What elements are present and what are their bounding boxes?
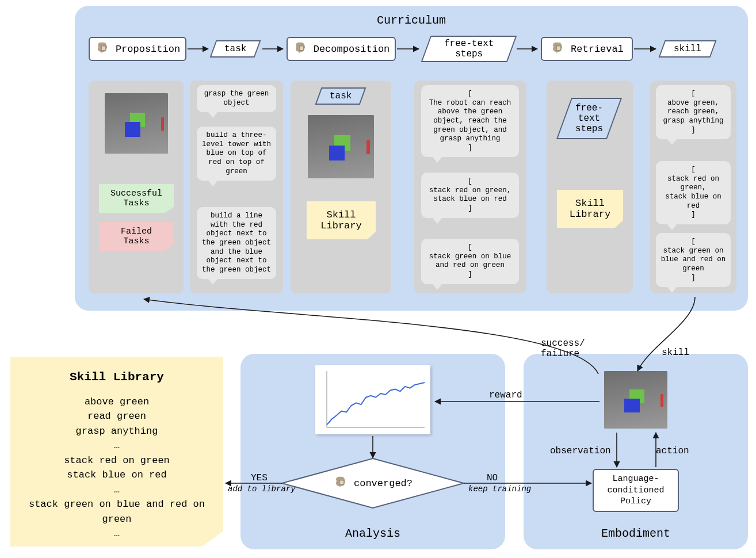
bubble-grasp: grasp the green object — [197, 85, 276, 112]
reward-chart — [315, 365, 430, 434]
failed-tasks-sticky: Failed Tasks — [99, 222, 174, 251]
embodiment-title: Embodiment — [524, 527, 748, 540]
bubble-tower: build a three-level tower with blue on t… — [197, 127, 276, 181]
retrieval-label: Retrieval — [571, 44, 624, 55]
yes-sub-label: add to library — [228, 484, 296, 494]
curriculum-panel: Curriculum Proposition task Decompositio… — [75, 6, 748, 311]
brain-icon — [95, 40, 112, 58]
skill-item: … — [22, 438, 212, 453]
skill-item: grasp anything — [22, 424, 212, 439]
brain-icon — [550, 40, 567, 58]
skill-item: above green — [22, 395, 212, 410]
skill-item: stack red on green — [22, 453, 212, 468]
skill-label: skill — [674, 44, 701, 54]
svg-rect-3 — [315, 365, 430, 434]
bubble-above: [ above green, reach green, grasp anythi… — [656, 85, 731, 139]
bubble-reach: [ The robot can reach above the green ob… — [421, 85, 519, 157]
bubble-stackgreen: [ stack green on blue and red on green ] — [656, 233, 731, 287]
freetext-parallelogram-inner: free- text steps — [556, 98, 622, 139]
svg-rect-2 — [556, 46, 561, 51]
bubble-stack2: [ stack green on blue and red on green ] — [421, 239, 519, 284]
svg-rect-0 — [101, 46, 106, 51]
col5-panel: free- text steps Skill Library — [547, 81, 633, 293]
skill-item: … — [22, 526, 212, 541]
proposition-box: Proposition — [89, 37, 186, 61]
policy-box: Language- conditioned Policy — [593, 469, 679, 512]
decomposition-label: Decomposition — [314, 44, 390, 55]
skill-item: stack blue on red — [22, 468, 212, 483]
action-label: action — [656, 446, 689, 456]
brain-icon — [333, 475, 350, 492]
robot-scene-embodiment — [604, 371, 667, 429]
analysis-title: Analysis — [240, 527, 505, 540]
skill-item: read green — [22, 409, 212, 424]
bubble-stackred: [ stack red on green, stack blue on red … — [656, 161, 731, 224]
skill-library-panel: Skill Library above green read green gra… — [10, 357, 223, 546]
svg-rect-7 — [339, 480, 344, 485]
proposition-label: Proposition — [116, 44, 180, 55]
bubble-line: build a line with the red object next to… — [197, 207, 276, 279]
col6-panel: [ above green, reach green, grasp anythi… — [650, 81, 736, 293]
converged-diamond: converged? — [281, 457, 465, 509]
curriculum-title: Curriculum — [75, 14, 748, 27]
freetext-parallelogram: free-text steps — [421, 36, 517, 62]
task-label-inner: task — [330, 91, 352, 101]
skill-library-title: Skill Library — [22, 368, 212, 387]
success-failure-label: success/ failure — [541, 338, 585, 359]
bubble-stack1: [ stack red on green, stack blue on red … — [421, 173, 519, 218]
task-parallelogram: task — [210, 40, 261, 58]
col1-panel: Successful Tasks Failed Tasks — [89, 81, 184, 293]
converged-label: converged? — [354, 478, 413, 489]
task-parallelogram-inner: task — [315, 87, 366, 105]
reward-label: reward — [489, 390, 522, 400]
skill-parallelogram: skill — [659, 40, 717, 58]
robot-scene-icon — [105, 93, 168, 154]
freetext-label: free-text steps — [444, 39, 494, 59]
col3-panel: task Skill Library — [291, 81, 391, 293]
svg-rect-1 — [299, 46, 304, 51]
no-sub-label: keep training — [468, 484, 531, 494]
analysis-panel: converged? Analysis — [240, 354, 505, 549]
decomposition-box: Decomposition — [287, 37, 396, 61]
retrieval-box: Retrieval — [541, 37, 633, 61]
observation-label: observation — [550, 446, 611, 456]
robot-scene-icon — [308, 115, 374, 178]
no-label: NO — [487, 473, 498, 483]
skill-library-sticky-small: Skill Library — [307, 201, 376, 239]
successful-tasks-sticky: Successful Tasks — [99, 184, 174, 213]
skill-item: … — [22, 483, 212, 498]
skill-library-sticky-small2: Skill Library — [557, 190, 623, 228]
brain-icon — [293, 40, 310, 58]
yes-label: YES — [251, 473, 268, 483]
freetext-label-inner: free- text steps — [575, 103, 603, 134]
skill-arrow-label: skill — [662, 347, 689, 358]
col4-panel: [ The robot can reach above the green ob… — [414, 81, 526, 293]
col2-panel: grasp the green object build a three-lev… — [190, 81, 283, 293]
task-label: task — [224, 44, 246, 54]
skill-item: stack green on blue and red on green — [22, 497, 212, 526]
